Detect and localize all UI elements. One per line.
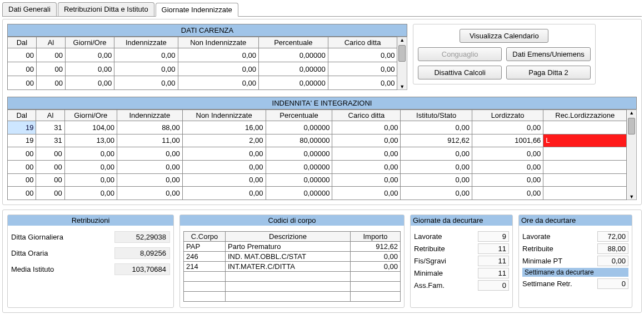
table-row[interactable]: 00000,000,000,000,000000,00 [8,48,397,62]
cell[interactable]: 0,00000 [266,160,332,173]
col-header[interactable]: Giorni/Ore [64,110,117,121]
cell[interactable]: 00 [36,160,64,173]
col-header[interactable]: C.Corpo [184,232,226,242]
cell[interactable]: 0,00000 [266,147,332,161]
col-header[interactable]: Lordizzato [472,110,543,121]
g-fis-input[interactable] [478,256,509,266]
cell[interactable]: 912,62 [401,134,472,147]
cell[interactable]: 0,00 [114,48,178,62]
tab-retribuzioni[interactable]: Retribuzioni Ditta e Istituto [58,2,154,16]
settimane-retr-input[interactable] [597,278,628,289]
cell[interactable]: 31 [36,121,64,134]
cell[interactable]: 0,00 [182,160,266,173]
cell[interactable]: 0,00 [332,147,401,161]
cell[interactable]: 0,00 [64,147,117,161]
col-header[interactable]: Percentuale [266,110,332,121]
cell[interactable]: 00 [8,62,37,76]
col-header[interactable]: Non Indennizzate [182,110,266,121]
table-row[interactable]: 00000,000,000,000,000000,000,000,00 [8,147,627,161]
codici-corpo-table[interactable]: C.CorpoDescrizioneImportoPAPParto Premat… [183,231,401,302]
cell[interactable]: 19 [8,134,36,147]
cell[interactable]: 00 [8,48,37,62]
col-header[interactable]: Importo [351,232,401,242]
table-row[interactable]: PAPParto Prematuro912,62 [184,242,401,252]
cell[interactable] [543,147,627,161]
cell[interactable]: 31 [36,134,64,147]
cell[interactable]: 0,00 [472,173,543,187]
dati-emens-button[interactable]: Dati Emens/Uniemens [506,47,590,61]
cell[interactable]: 0,00 [472,160,543,173]
cell[interactable]: 00 [36,187,64,200]
cell[interactable]: 0,00 [332,121,401,134]
cell[interactable]: 0,00 [472,121,543,134]
cell[interactable]: 00 [8,76,37,90]
cell[interactable]: 0,00 [65,48,114,62]
table-row[interactable]: 00000,000,000,000,000000,000,000,00 [8,173,627,187]
cell[interactable]: 0,00 [182,147,266,161]
cell[interactable]: PAP [184,242,226,252]
cell[interactable]: 0,00 [117,173,182,187]
cell[interactable]: 00 [8,173,36,187]
cell[interactable]: 0,00 [401,160,472,173]
cell[interactable]: 0,00 [117,160,182,173]
cell[interactable]: 0,00 [332,160,401,173]
cell[interactable]: 0,00 [351,252,401,262]
cell[interactable]: 104,00 [64,121,117,134]
table-row[interactable]: 00000,000,000,000,000000,00 [8,62,397,76]
cell[interactable]: 88,00 [117,121,182,134]
col-header[interactable]: Al [36,110,64,121]
cell[interactable]: 00 [36,48,65,62]
g-assfam-input[interactable] [478,280,509,291]
cell[interactable]: 0,00 [401,147,472,161]
cell[interactable]: 0,00 [65,76,114,90]
cell[interactable]: 0,00 [114,76,178,90]
tab-dati-generali[interactable]: Dati Generali [2,2,57,16]
col-header[interactable]: Rec.Lordizzazione [543,110,627,121]
g-minimale-input[interactable] [478,268,509,278]
cell[interactable] [543,173,627,187]
cell[interactable]: 00 [36,173,64,187]
g-retribuite-input[interactable] [478,243,509,254]
cell[interactable]: 00 [36,147,64,161]
cell[interactable]: 0,00000 [266,121,332,134]
scrollbar-vertical[interactable] [397,37,407,90]
dati-carenza-table[interactable]: DalAlGiorni/OreIndennizzateNon Indennizz… [7,37,397,90]
col-header[interactable]: Dal [8,110,36,121]
cell[interactable]: 0,00 [328,48,397,62]
col-header[interactable]: Dal [8,37,37,48]
table-row[interactable]: 1931104,0088,0016,000,000000,000,000,00 [8,121,627,134]
cell[interactable]: 214 [184,262,226,272]
cell[interactable]: 00 [36,76,65,90]
cell[interactable]: 0,00000 [258,62,328,76]
cell[interactable]: 00 [36,62,65,76]
col-header[interactable]: Indennizzate [117,110,182,121]
disattiva-calcoli-button[interactable]: Disattiva Calcoli [418,66,502,79]
cell[interactable]: 0,00 [64,160,117,173]
cell[interactable]: 0,00000 [266,173,332,187]
table-row[interactable]: 00000,000,000,000,000000,00 [8,76,397,90]
col-header[interactable]: Carico ditta [328,37,397,48]
o-retribuite-input[interactable] [597,243,628,254]
cell[interactable]: 246 [184,252,226,262]
cell[interactable]: 0,00 [351,262,401,272]
cell[interactable]: 80,00000 [266,134,332,147]
cell[interactable]: 0,00 [178,48,258,62]
cell[interactable]: 0,00000 [258,48,328,62]
cell[interactable]: INT.MATER.C/DITTA [226,262,351,272]
cell[interactable]: 0,00 [117,147,182,161]
col-header[interactable]: Non Indennizzate [178,37,258,48]
table-row[interactable]: 246IND. MAT.OBBL.C/STAT0,00 [184,252,401,262]
cell[interactable]: 11,00 [117,134,182,147]
cell[interactable]: IND. MAT.OBBL.C/STAT [226,252,351,262]
cell[interactable]: 0,00 [65,62,114,76]
paga-ditta-button[interactable]: Paga Ditta 2 [506,66,590,79]
cell[interactable]: 00 [8,187,36,200]
cell[interactable]: 0,00 [114,62,178,76]
cell[interactable]: L [543,134,627,147]
col-header[interactable]: Carico ditta [332,110,401,121]
o-minimale-input[interactable] [597,256,628,266]
cell[interactable]: 0,00 [64,173,117,187]
cell[interactable]: 00 [8,160,36,173]
cell[interactable]: 19 [8,121,36,134]
cell[interactable]: 0,00 [178,62,258,76]
